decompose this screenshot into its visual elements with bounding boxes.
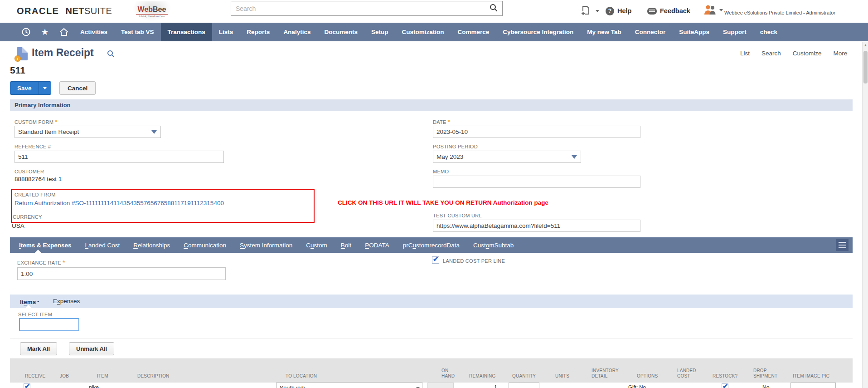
nav-tab-test-tab-vs[interactable]: Test tab VS bbox=[114, 23, 161, 41]
subtab-podata[interactable]: PODATA bbox=[358, 237, 396, 253]
recent-records-menu[interactable] bbox=[16, 23, 35, 41]
top-header-bar: ORACLE NETSUITE WebBee I think, therefor… bbox=[0, 0, 868, 22]
row-to-location-select[interactable]: South indi bbox=[276, 382, 422, 388]
customize-link[interactable]: Customize bbox=[793, 50, 822, 57]
save-button-label[interactable]: Save bbox=[10, 82, 39, 94]
column-header-drop-shipment: DROP SHIPMENT bbox=[753, 368, 778, 379]
row-drop-shipment-value: No bbox=[762, 384, 769, 388]
row-quantity-input[interactable] bbox=[509, 383, 539, 388]
vertical-scrollbar[interactable]: ▲ bbox=[862, 42, 868, 388]
save-button[interactable]: Save bbox=[10, 81, 51, 95]
select-item-input[interactable] bbox=[19, 318, 79, 331]
row-remaining-value: 1 bbox=[494, 384, 497, 388]
oracle-wordmark: ORACLE bbox=[17, 6, 59, 16]
date-input[interactable] bbox=[433, 126, 640, 138]
customer-value: 888882764 test 1 bbox=[15, 176, 62, 182]
reference-label: REFERENCE # bbox=[15, 144, 51, 149]
search-link[interactable]: Search bbox=[761, 50, 781, 57]
nav-tab-analytics[interactable]: Analytics bbox=[276, 23, 317, 41]
history-clock-icon bbox=[21, 27, 31, 37]
more-link[interactable]: More bbox=[834, 50, 848, 57]
scrollbar-up-arrow[interactable]: ▲ bbox=[863, 42, 868, 49]
nav-tab-commerce[interactable]: Commerce bbox=[451, 23, 496, 41]
exchange-rate-input[interactable] bbox=[17, 267, 226, 280]
nav-tab-reports[interactable]: Reports bbox=[240, 23, 276, 41]
subtab-customsubtab[interactable]: CustomSubtab bbox=[466, 237, 520, 253]
subtab-custom[interactable]: Custom bbox=[299, 237, 334, 253]
posting-period-select[interactable]: May 2023 bbox=[433, 151, 581, 163]
user-role-icon bbox=[703, 5, 717, 15]
nav-tab-setup[interactable]: Setup bbox=[364, 23, 395, 41]
feedback-icon bbox=[647, 8, 657, 15]
scrollbar-thumb[interactable] bbox=[863, 51, 868, 83]
main-navigation-bar: ★ Activities Test tab VS Transactions Li… bbox=[0, 23, 868, 41]
subtab-communication[interactable]: Communication bbox=[177, 237, 233, 253]
create-new-menu[interactable] bbox=[580, 5, 599, 17]
column-header-landed-cost: LANDED COST bbox=[677, 368, 698, 379]
column-header-description: DESCRIPTION bbox=[137, 373, 180, 379]
memo-label: MEMO bbox=[433, 169, 449, 174]
column-header-receive: RECEIVE bbox=[25, 373, 50, 379]
nav-tab-cybersource-integration[interactable]: Cybersource Integration bbox=[496, 23, 580, 41]
role-switcher-menu[interactable] bbox=[703, 5, 723, 17]
list-link[interactable]: List bbox=[740, 50, 750, 57]
column-header-on-hand: ON HAND bbox=[441, 368, 458, 379]
posting-period-label: POSTING PERIOD bbox=[433, 144, 478, 149]
star-icon: ★ bbox=[41, 28, 48, 36]
page-title: Item Receipt bbox=[32, 47, 94, 59]
nav-tab-my-new-tab[interactable]: My new Tab bbox=[580, 23, 628, 41]
created-from-link[interactable]: Return Authorization #SO-111111114114354… bbox=[15, 200, 224, 206]
subtab-bolt[interactable]: Bolt bbox=[334, 237, 358, 253]
landed-cost-per-line-checkbox[interactable] bbox=[432, 256, 439, 264]
nav-tab-connector[interactable]: Connector bbox=[628, 23, 673, 41]
record-search-icon[interactable] bbox=[107, 50, 115, 59]
feedback-menu[interactable]: Feedback bbox=[647, 5, 690, 16]
nav-tab-transactions[interactable]: Transactions bbox=[161, 23, 212, 41]
row-restock-checkbox[interactable] bbox=[722, 383, 728, 388]
subtab-prcustomrecorddata[interactable]: prCustomrecordData bbox=[396, 237, 466, 253]
test-custom-url-input[interactable] bbox=[433, 220, 640, 232]
account-role-text: Webbee eSolutions Private Limited - Admi… bbox=[724, 10, 835, 15]
nav-tab-lists[interactable]: Lists bbox=[212, 23, 240, 41]
home-menu[interactable] bbox=[54, 23, 73, 41]
subtab-menu-icon[interactable] bbox=[836, 239, 849, 251]
reference-input[interactable] bbox=[15, 151, 224, 163]
shortcuts-menu[interactable]: ★ bbox=[35, 23, 54, 41]
nav-tab-support[interactable]: Support bbox=[716, 23, 753, 41]
required-asterisk: * bbox=[55, 118, 57, 125]
save-options-caret[interactable] bbox=[39, 82, 51, 94]
subtab-system-information[interactable]: System Information bbox=[233, 237, 299, 253]
global-search-input[interactable] bbox=[231, 1, 485, 15]
unmark-all-button[interactable]: Unmark All bbox=[69, 342, 114, 355]
custom-form-select[interactable]: Standard Item Receipt bbox=[15, 126, 161, 138]
nav-tab-suiteapps[interactable]: SuiteApps bbox=[672, 23, 716, 41]
subtab-relationships[interactable]: Relationships bbox=[126, 237, 177, 253]
nav-tab-documents[interactable]: Documents bbox=[317, 23, 364, 41]
column-header-remaining: REMAINING bbox=[469, 373, 501, 379]
caret-down-icon bbox=[719, 9, 723, 11]
nav-tab-activities[interactable]: Activities bbox=[73, 23, 114, 41]
row-receive-checkbox[interactable] bbox=[24, 383, 30, 388]
subtab-items-expenses[interactable]: Items & Expenses bbox=[12, 237, 78, 253]
active-tab-notch bbox=[25, 305, 32, 308]
column-header-restock: RESTOCK? bbox=[713, 373, 740, 379]
row-item-image-pic-input[interactable] bbox=[790, 383, 836, 388]
mark-all-button[interactable]: Mark All bbox=[20, 342, 57, 355]
help-menu[interactable]: ? Help bbox=[606, 5, 631, 16]
memo-input[interactable] bbox=[433, 176, 640, 188]
row-item-value: nike bbox=[89, 384, 99, 388]
nav-tab-check[interactable]: check bbox=[753, 23, 784, 41]
transaction-coin-icon: i bbox=[15, 55, 21, 62]
subtab-landed-cost[interactable]: Landed Cost bbox=[78, 237, 127, 253]
line-item-tab-strip: Items• Expenses bbox=[10, 295, 853, 308]
global-search-button[interactable] bbox=[485, 1, 502, 15]
cancel-button[interactable]: Cancel bbox=[59, 81, 96, 95]
global-search bbox=[231, 1, 503, 16]
tab-expenses[interactable]: Expenses bbox=[53, 295, 80, 308]
nav-tab-customization[interactable]: Customization bbox=[395, 23, 451, 41]
item-table-header: RECEIVE JOB ITEM DESCRIPTION TO LOCATION… bbox=[10, 359, 853, 383]
account-name: Webbee eSolutions Private Limited bbox=[724, 10, 802, 15]
required-asterisk: * bbox=[63, 259, 65, 266]
column-header-item-image-pic: ITEM IMAGE PIC bbox=[793, 373, 847, 379]
custom-form-label: CUSTOM FORM* bbox=[15, 118, 58, 125]
